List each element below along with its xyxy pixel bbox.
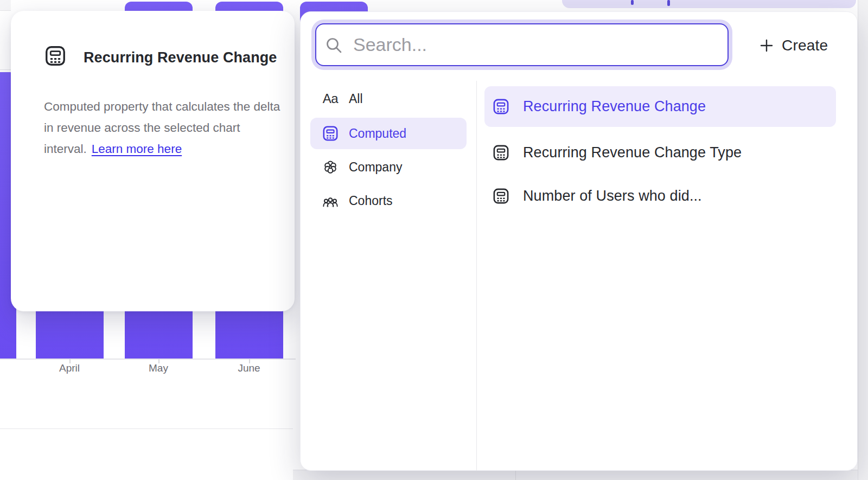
cut-off-text-fragment — [631, 0, 634, 5]
cut-off-property-pill — [562, 0, 856, 8]
calculator-icon — [493, 144, 509, 161]
result-label: Recurring Revenue Change Type — [523, 144, 742, 161]
result-label: Number of Users who did... — [523, 188, 702, 204]
page-gutter-right — [858, 0, 868, 480]
learn-more-link[interactable]: Learn more here — [92, 142, 182, 156]
tooltip-description: Computed property that calculates the de… — [44, 96, 289, 159]
create-button[interactable]: Create — [760, 33, 852, 59]
result-row-number-of-users[interactable]: Number of Users who did... — [484, 176, 836, 216]
filter-item-all[interactable]: Aa All — [310, 83, 467, 114]
filter-label: Computed — [349, 126, 406, 141]
property-search-dropdown: Create Aa All Computed Company Co — [300, 11, 858, 471]
calculator-icon — [44, 45, 66, 67]
background-panel-border — [0, 69, 11, 70]
background-divider — [0, 428, 293, 429]
company-icon — [322, 159, 339, 175]
panel-divider — [476, 81, 477, 471]
calculator-icon — [493, 98, 509, 115]
result-row-recurring-revenue-change[interactable]: Recurring Revenue Change — [484, 86, 836, 127]
x-axis-label-april: April — [31, 362, 107, 374]
create-button-label: Create — [782, 37, 828, 54]
calculator-icon — [493, 188, 509, 204]
property-tooltip-card: Recurring Revenue Change Computed proper… — [11, 11, 295, 311]
filter-label: All — [349, 92, 363, 106]
tooltip-title: Recurring Revenue Change — [84, 49, 277, 66]
filter-item-company[interactable]: Company — [310, 151, 467, 183]
cut-off-text-fragment — [667, 0, 670, 6]
cohorts-icon — [322, 193, 339, 209]
result-row-recurring-revenue-change-type[interactable]: Recurring Revenue Change Type — [484, 132, 836, 173]
filter-item-computed[interactable]: Computed — [310, 118, 467, 149]
filter-item-cohorts[interactable]: Cohorts — [310, 185, 467, 216]
plus-icon — [760, 39, 774, 53]
background-column-border — [515, 470, 516, 480]
result-label: Recurring Revenue Change — [523, 98, 706, 115]
x-axis-line — [0, 359, 296, 360]
calculator-icon — [322, 125, 339, 142]
background-panel-corner — [0, 0, 11, 11]
search-input[interactable] — [316, 24, 727, 65]
search-box — [315, 23, 729, 66]
filter-label: Company — [349, 160, 402, 175]
x-axis-label-may: May — [120, 362, 196, 374]
filter-label: Cohorts — [349, 194, 393, 208]
text-style-icon: Aa — [322, 91, 339, 107]
app-screen: April May June Recurring Revenue Change … — [0, 0, 868, 480]
x-axis-label-june: June — [211, 362, 287, 374]
page-gutter-bottom — [293, 470, 858, 480]
